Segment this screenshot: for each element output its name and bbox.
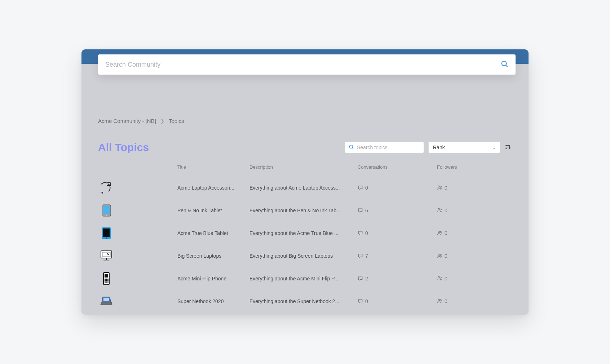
col-description: Description bbox=[249, 164, 358, 170]
followers-count: 0 bbox=[437, 230, 509, 236]
topic-title[interactable]: Pen & No Ink Tablet bbox=[177, 208, 249, 213]
svg-line-1 bbox=[506, 65, 507, 67]
svg-point-12 bbox=[106, 214, 107, 216]
app-frame: Acme Community - [NB] ❯ Topics All Topic… bbox=[81, 49, 529, 315]
topics-header: All Topics Rank ⌄ bbox=[98, 141, 512, 154]
conversations-count: 7 bbox=[358, 253, 437, 259]
table-header: Title Description Conversations Follower… bbox=[98, 164, 512, 176]
conversations-count: 0 bbox=[358, 298, 437, 304]
svg-rect-14 bbox=[103, 228, 110, 237]
topic-title[interactable]: Acme Laptop Accessori... bbox=[177, 185, 249, 191]
svg-rect-31 bbox=[103, 298, 109, 301]
svg-point-15 bbox=[106, 238, 107, 238]
breadcrumb-current: Topics bbox=[169, 118, 184, 124]
topics-table: Title Description Conversations Follower… bbox=[98, 164, 512, 312]
svg-point-9 bbox=[108, 183, 110, 185]
chevron-down-icon: ⌄ bbox=[492, 145, 496, 150]
topic-description: Everything about the Acme Mini Flip P... bbox=[249, 276, 358, 281]
svg-rect-23 bbox=[106, 279, 107, 280]
conversations-count: 0 bbox=[358, 185, 437, 191]
tablet-light-icon bbox=[99, 203, 114, 218]
topic-title[interactable]: Acme True Blue Tablet bbox=[177, 230, 249, 236]
conversations-count: 2 bbox=[358, 276, 437, 281]
table-row[interactable]: Pen & No Ink TabletEverything about the … bbox=[98, 199, 512, 222]
followers-count: 0 bbox=[437, 185, 509, 191]
conversations-count: 6 bbox=[358, 208, 437, 213]
svg-rect-21 bbox=[105, 274, 108, 278]
search-icon[interactable] bbox=[500, 60, 508, 69]
topics-search-field[interactable] bbox=[345, 142, 424, 153]
topic-title[interactable]: Super Netbook 2020 bbox=[177, 298, 249, 304]
table-row[interactable]: Acme True Blue TabletEverything about th… bbox=[98, 222, 512, 244]
topic-description: Everything about the Pen & No Ink Tab... bbox=[249, 208, 358, 213]
followers-count: 0 bbox=[437, 298, 509, 304]
page-title: All Topics bbox=[98, 141, 149, 154]
list-controls: Rank ⌄ bbox=[345, 142, 512, 153]
topic-title[interactable]: Big Screen Laptops bbox=[177, 253, 249, 259]
svg-rect-28 bbox=[105, 281, 106, 283]
topic-title[interactable]: Acme Mini Flip Phone bbox=[177, 276, 249, 281]
table-row[interactable]: Super Netbook 2020Everything about the S… bbox=[98, 290, 512, 312]
desktop-icon bbox=[99, 248, 114, 263]
sort-select-label: Rank bbox=[433, 145, 445, 150]
col-title: Title bbox=[177, 164, 249, 170]
breadcrumb-root[interactable]: Acme Community - [NB] bbox=[98, 118, 156, 124]
followers-count: 0 bbox=[437, 208, 509, 213]
svg-rect-24 bbox=[107, 279, 109, 280]
netbook-icon bbox=[99, 294, 114, 309]
table-row[interactable]: Big Screen LaptopsEverything about Big S… bbox=[98, 244, 512, 267]
breadcrumb: Acme Community - [NB] ❯ Topics bbox=[98, 118, 512, 124]
table-row[interactable]: Acme Laptop Accessori...Everything about… bbox=[98, 176, 512, 199]
topic-description: Everything about the Acme True Blue ... bbox=[249, 230, 358, 236]
phone-icon bbox=[99, 271, 114, 286]
search-icon bbox=[349, 144, 354, 151]
sort-direction-toggle[interactable] bbox=[505, 144, 512, 151]
conversations-count: 0 bbox=[358, 230, 437, 236]
table-row[interactable]: Acme Mini Flip PhoneEverything about the… bbox=[98, 267, 512, 290]
svg-rect-11 bbox=[103, 206, 110, 214]
topics-search-input[interactable] bbox=[357, 145, 420, 150]
topic-description: Everything about the Super Netbook 2... bbox=[249, 298, 358, 304]
svg-rect-25 bbox=[105, 280, 106, 281]
community-search-input[interactable] bbox=[105, 61, 500, 68]
tablet-dark-icon bbox=[99, 226, 114, 241]
accessory-icon bbox=[99, 180, 114, 195]
svg-rect-26 bbox=[106, 280, 107, 281]
svg-rect-27 bbox=[107, 280, 109, 281]
table-body: Acme Laptop Accessori...Everything about… bbox=[98, 176, 512, 312]
community-search-bar[interactable] bbox=[98, 54, 516, 75]
svg-rect-29 bbox=[106, 281, 107, 283]
svg-line-3 bbox=[352, 148, 353, 149]
topic-description: Everything about Acme Laptop Access... bbox=[249, 185, 358, 191]
followers-count: 0 bbox=[437, 253, 509, 259]
svg-rect-22 bbox=[105, 279, 106, 280]
chevron-right-icon: ❯ bbox=[160, 118, 164, 124]
content-area: Acme Community - [NB] ❯ Topics All Topic… bbox=[81, 64, 529, 312]
sort-select[interactable]: Rank ⌄ bbox=[428, 142, 500, 153]
col-followers: Followers bbox=[437, 164, 509, 170]
col-conversations: Conversations bbox=[358, 164, 437, 170]
followers-count: 0 bbox=[437, 276, 509, 281]
svg-rect-30 bbox=[107, 281, 109, 283]
topic-description: Everything about Big Screen Laptops bbox=[249, 253, 358, 259]
